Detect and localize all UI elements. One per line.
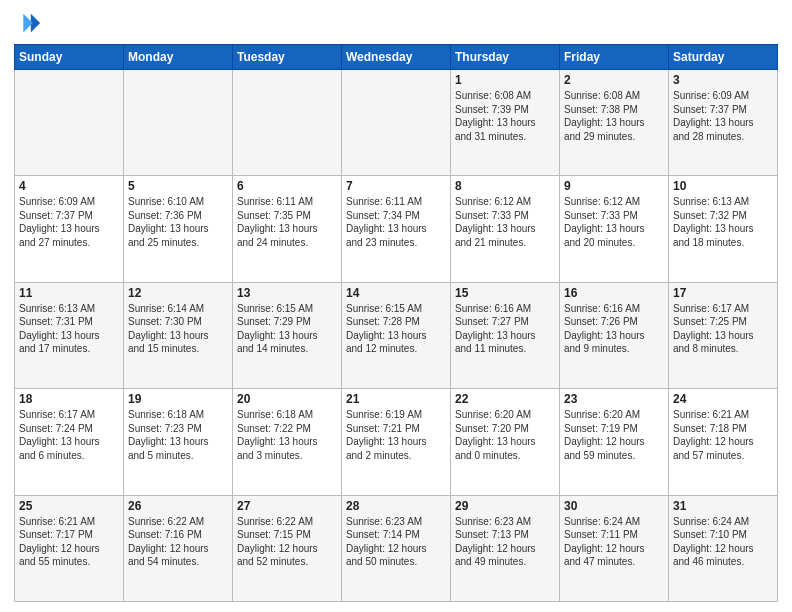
logo [14,10,46,38]
day-info: Sunrise: 6:12 AM Sunset: 7:33 PM Dayligh… [455,195,555,249]
calendar-cell: 12Sunrise: 6:14 AM Sunset: 7:30 PM Dayli… [124,282,233,388]
calendar-cell: 5Sunrise: 6:10 AM Sunset: 7:36 PM Daylig… [124,176,233,282]
calendar-cell: 16Sunrise: 6:16 AM Sunset: 7:26 PM Dayli… [560,282,669,388]
day-number: 25 [19,499,119,513]
day-info: Sunrise: 6:09 AM Sunset: 7:37 PM Dayligh… [19,195,119,249]
calendar-cell: 17Sunrise: 6:17 AM Sunset: 7:25 PM Dayli… [669,282,778,388]
weekday-row: SundayMondayTuesdayWednesdayThursdayFrid… [15,45,778,70]
calendar-week-row: 25Sunrise: 6:21 AM Sunset: 7:17 PM Dayli… [15,495,778,601]
day-info: Sunrise: 6:18 AM Sunset: 7:22 PM Dayligh… [237,408,337,462]
weekday-header: Friday [560,45,669,70]
calendar-week-row: 11Sunrise: 6:13 AM Sunset: 7:31 PM Dayli… [15,282,778,388]
day-info: Sunrise: 6:08 AM Sunset: 7:39 PM Dayligh… [455,89,555,143]
calendar-cell: 7Sunrise: 6:11 AM Sunset: 7:34 PM Daylig… [342,176,451,282]
day-number: 28 [346,499,446,513]
day-info: Sunrise: 6:22 AM Sunset: 7:16 PM Dayligh… [128,515,228,569]
calendar-week-row: 1Sunrise: 6:08 AM Sunset: 7:39 PM Daylig… [15,70,778,176]
day-info: Sunrise: 6:17 AM Sunset: 7:25 PM Dayligh… [673,302,773,356]
day-number: 14 [346,286,446,300]
day-number: 23 [564,392,664,406]
calendar-cell: 6Sunrise: 6:11 AM Sunset: 7:35 PM Daylig… [233,176,342,282]
day-number: 13 [237,286,337,300]
weekday-header: Thursday [451,45,560,70]
day-number: 10 [673,179,773,193]
day-info: Sunrise: 6:16 AM Sunset: 7:27 PM Dayligh… [455,302,555,356]
day-number: 9 [564,179,664,193]
calendar-cell: 26Sunrise: 6:22 AM Sunset: 7:16 PM Dayli… [124,495,233,601]
day-number: 11 [19,286,119,300]
day-info: Sunrise: 6:24 AM Sunset: 7:10 PM Dayligh… [673,515,773,569]
day-info: Sunrise: 6:20 AM Sunset: 7:19 PM Dayligh… [564,408,664,462]
calendar-cell: 4Sunrise: 6:09 AM Sunset: 7:37 PM Daylig… [15,176,124,282]
day-number: 17 [673,286,773,300]
calendar-cell: 24Sunrise: 6:21 AM Sunset: 7:18 PM Dayli… [669,389,778,495]
day-info: Sunrise: 6:21 AM Sunset: 7:17 PM Dayligh… [19,515,119,569]
day-number: 20 [237,392,337,406]
day-number: 18 [19,392,119,406]
day-info: Sunrise: 6:08 AM Sunset: 7:38 PM Dayligh… [564,89,664,143]
calendar-cell: 10Sunrise: 6:13 AM Sunset: 7:32 PM Dayli… [669,176,778,282]
logo-icon [14,10,42,38]
day-number: 30 [564,499,664,513]
day-info: Sunrise: 6:13 AM Sunset: 7:31 PM Dayligh… [19,302,119,356]
calendar: SundayMondayTuesdayWednesdayThursdayFrid… [14,44,778,602]
weekday-header: Saturday [669,45,778,70]
day-number: 6 [237,179,337,193]
calendar-cell: 28Sunrise: 6:23 AM Sunset: 7:14 PM Dayli… [342,495,451,601]
day-info: Sunrise: 6:23 AM Sunset: 7:13 PM Dayligh… [455,515,555,569]
day-info: Sunrise: 6:18 AM Sunset: 7:23 PM Dayligh… [128,408,228,462]
calendar-cell: 18Sunrise: 6:17 AM Sunset: 7:24 PM Dayli… [15,389,124,495]
day-info: Sunrise: 6:09 AM Sunset: 7:37 PM Dayligh… [673,89,773,143]
calendar-cell: 22Sunrise: 6:20 AM Sunset: 7:20 PM Dayli… [451,389,560,495]
day-number: 7 [346,179,446,193]
calendar-cell [124,70,233,176]
day-number: 29 [455,499,555,513]
calendar-cell: 30Sunrise: 6:24 AM Sunset: 7:11 PM Dayli… [560,495,669,601]
page: SundayMondayTuesdayWednesdayThursdayFrid… [0,0,792,612]
day-number: 15 [455,286,555,300]
day-info: Sunrise: 6:23 AM Sunset: 7:14 PM Dayligh… [346,515,446,569]
day-number: 12 [128,286,228,300]
day-info: Sunrise: 6:10 AM Sunset: 7:36 PM Dayligh… [128,195,228,249]
day-info: Sunrise: 6:19 AM Sunset: 7:21 PM Dayligh… [346,408,446,462]
calendar-week-row: 4Sunrise: 6:09 AM Sunset: 7:37 PM Daylig… [15,176,778,282]
calendar-cell: 29Sunrise: 6:23 AM Sunset: 7:13 PM Dayli… [451,495,560,601]
day-info: Sunrise: 6:14 AM Sunset: 7:30 PM Dayligh… [128,302,228,356]
calendar-cell [15,70,124,176]
day-number: 3 [673,73,773,87]
day-info: Sunrise: 6:21 AM Sunset: 7:18 PM Dayligh… [673,408,773,462]
calendar-cell: 15Sunrise: 6:16 AM Sunset: 7:27 PM Dayli… [451,282,560,388]
day-info: Sunrise: 6:12 AM Sunset: 7:33 PM Dayligh… [564,195,664,249]
day-number: 26 [128,499,228,513]
day-number: 22 [455,392,555,406]
weekday-header: Tuesday [233,45,342,70]
day-number: 27 [237,499,337,513]
calendar-cell: 8Sunrise: 6:12 AM Sunset: 7:33 PM Daylig… [451,176,560,282]
day-number: 19 [128,392,228,406]
day-info: Sunrise: 6:13 AM Sunset: 7:32 PM Dayligh… [673,195,773,249]
calendar-cell: 11Sunrise: 6:13 AM Sunset: 7:31 PM Dayli… [15,282,124,388]
calendar-body: 1Sunrise: 6:08 AM Sunset: 7:39 PM Daylig… [15,70,778,602]
calendar-cell: 13Sunrise: 6:15 AM Sunset: 7:29 PM Dayli… [233,282,342,388]
calendar-week-row: 18Sunrise: 6:17 AM Sunset: 7:24 PM Dayli… [15,389,778,495]
day-info: Sunrise: 6:16 AM Sunset: 7:26 PM Dayligh… [564,302,664,356]
calendar-cell: 9Sunrise: 6:12 AM Sunset: 7:33 PM Daylig… [560,176,669,282]
header [14,10,778,38]
calendar-cell: 27Sunrise: 6:22 AM Sunset: 7:15 PM Dayli… [233,495,342,601]
calendar-header: SundayMondayTuesdayWednesdayThursdayFrid… [15,45,778,70]
day-info: Sunrise: 6:24 AM Sunset: 7:11 PM Dayligh… [564,515,664,569]
weekday-header: Wednesday [342,45,451,70]
calendar-cell: 14Sunrise: 6:15 AM Sunset: 7:28 PM Dayli… [342,282,451,388]
day-info: Sunrise: 6:22 AM Sunset: 7:15 PM Dayligh… [237,515,337,569]
calendar-cell: 21Sunrise: 6:19 AM Sunset: 7:21 PM Dayli… [342,389,451,495]
day-number: 2 [564,73,664,87]
calendar-cell: 1Sunrise: 6:08 AM Sunset: 7:39 PM Daylig… [451,70,560,176]
calendar-cell: 19Sunrise: 6:18 AM Sunset: 7:23 PM Dayli… [124,389,233,495]
day-info: Sunrise: 6:17 AM Sunset: 7:24 PM Dayligh… [19,408,119,462]
calendar-cell [342,70,451,176]
day-info: Sunrise: 6:20 AM Sunset: 7:20 PM Dayligh… [455,408,555,462]
calendar-cell: 23Sunrise: 6:20 AM Sunset: 7:19 PM Dayli… [560,389,669,495]
day-info: Sunrise: 6:15 AM Sunset: 7:29 PM Dayligh… [237,302,337,356]
calendar-cell: 2Sunrise: 6:08 AM Sunset: 7:38 PM Daylig… [560,70,669,176]
weekday-header: Sunday [15,45,124,70]
